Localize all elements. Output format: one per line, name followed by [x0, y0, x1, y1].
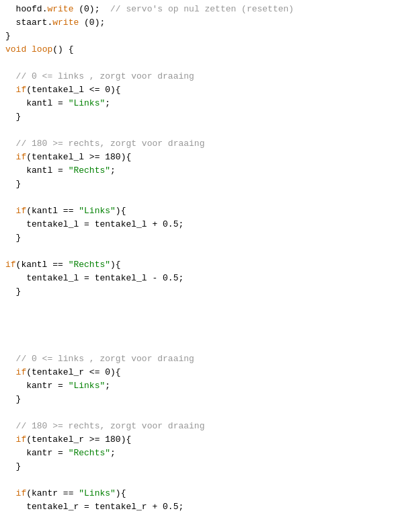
code-line: } — [0, 460, 408, 473]
code-line: // 180 >= rechts, zorgt voor draaing — [0, 420, 408, 433]
code-line: kantl = "Rechts"; — [0, 164, 408, 178]
code-line: } — [0, 30, 408, 43]
code-line: if(kantl == "Rechts"){ — [0, 258, 408, 272]
code-line: kantr = "Rechts"; — [0, 447, 408, 460]
code-line: } — [0, 231, 408, 245]
code-line — [0, 406, 408, 420]
code-editor: hoofd.write (0); // servo's op nul zette… — [0, 0, 408, 517]
code-line: staart.write (0); — [0, 16, 408, 30]
code-line — [0, 339, 408, 352]
code-line: hoofd.write (0); // servo's op nul zette… — [0, 3, 408, 16]
code-line — [0, 56, 408, 70]
code-line: kantl = "Links"; — [0, 97, 408, 110]
code-line: // 180 >= rechts, zorgt voor draaing — [0, 137, 408, 151]
code-line: if(kantl == "Links"){ — [0, 204, 408, 218]
code-line: } — [0, 393, 408, 406]
code-line: tentakel_l = tentakel_l - 0.5; — [0, 272, 408, 285]
code-line: void loop() { — [0, 43, 408, 56]
code-line — [0, 299, 408, 312]
code-line: if(tentakel_l <= 0){ — [0, 83, 408, 97]
code-line: tentakel_r = tentakel_r + 0.5; — [0, 500, 408, 514]
code-line: kantr = "Links"; — [0, 379, 408, 393]
code-line: } — [0, 178, 408, 191]
code-line — [0, 191, 408, 204]
code-line: if(tentakel_r >= 180){ — [0, 433, 408, 447]
code-line: // 0 <= links , zorgt voor draaing — [0, 352, 408, 366]
code-line — [0, 124, 408, 137]
code-line: } — [0, 285, 408, 299]
code-line: if(tentakel_l >= 180){ — [0, 151, 408, 164]
code-line — [0, 245, 408, 258]
code-line — [0, 326, 408, 339]
code-line: tentakel_l = tentakel_l + 0.5; — [0, 218, 408, 231]
code-line: if(kantr == "Links"){ — [0, 487, 408, 500]
code-line: // 0 <= links , zorgt voor draaing — [0, 70, 408, 83]
code-line — [0, 312, 408, 326]
code-line: if(tentakel_r <= 0){ — [0, 366, 408, 379]
code-line: } — [0, 110, 408, 124]
code-line — [0, 473, 408, 487]
